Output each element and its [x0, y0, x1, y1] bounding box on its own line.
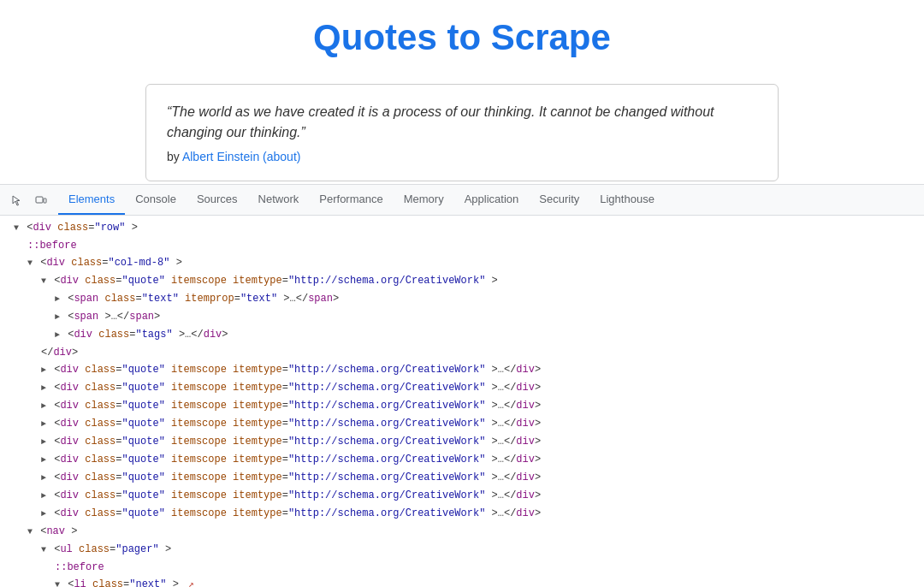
triangle-icon: ▼ [14, 221, 19, 236]
dom-span-text[interactable]: ► <span class="text" itemprop="text" >…<… [0, 290, 924, 308]
quote-author-line: by Albert Einstein (about) [167, 150, 757, 163]
device-icon[interactable] [31, 190, 51, 210]
dom-quote-div-4[interactable]: ► <div class="quote" itemscope itemtype=… [0, 397, 924, 415]
tab-lighthouse[interactable]: Lighthouse [589, 185, 665, 215]
triangle-icon: ▼ [41, 543, 46, 558]
triangle-icon: ► [41, 417, 46, 432]
triangle-icon: ► [41, 381, 46, 396]
triangle-icon: ► [41, 435, 46, 450]
tab-application[interactable]: Application [454, 185, 530, 215]
triangle-icon: ► [41, 399, 46, 414]
triangle-icon: ► [41, 471, 46, 486]
tab-memory[interactable]: Memory [394, 185, 454, 215]
dom-nav[interactable]: ▼ <nav > [0, 523, 924, 541]
dom-quote-div-7[interactable]: ► <div class="quote" itemscope itemtype=… [0, 451, 924, 469]
dom-quote-div-10[interactable]: ► <div class="quote" itemscope itemtype=… [0, 505, 924, 523]
tab-sources[interactable]: Sources [187, 185, 248, 215]
dom-ul-pager[interactable]: ▼ <ul class="pager" > [0, 541, 924, 559]
tab-elements[interactable]: Elements [58, 185, 125, 215]
dom-col-md-8[interactable]: ▼ <div class="col-md-8" > [0, 254, 924, 272]
dom-quote-div-2[interactable]: ► <div class="quote" itemscope itemtype=… [0, 361, 924, 379]
triangle-icon: ► [55, 328, 60, 343]
about-link[interactable]: (about) [263, 150, 300, 163]
triangle-icon: ► [41, 363, 46, 378]
cursor-icon[interactable] [7, 190, 27, 210]
tab-security[interactable]: Security [529, 185, 589, 215]
svg-rect-1 [44, 199, 46, 203]
dom-quote-div-8[interactable]: ► <div class="quote" itemscope itemtype=… [0, 469, 924, 487]
devtools-panel: Elements Console Sources Network Perform… [0, 184, 924, 587]
dom-li-next[interactable]: ▼ <li class="next" > ↗ [0, 576, 924, 587]
triangle-icon: ▼ [55, 578, 60, 587]
dom-quote-div-5[interactable]: ► <div class="quote" itemscope itemtype=… [0, 415, 924, 433]
dom-row-div-row[interactable]: ▼ <div class="row" > [0, 219, 924, 237]
dom-quote-div-3[interactable]: ► <div class="quote" itemscope itemtype=… [0, 379, 924, 397]
arrow-icon: ↗ [188, 579, 194, 587]
dom-quote-div[interactable]: ▼ <div class="quote" itemscope itemtype=… [0, 272, 924, 290]
devtools-content[interactable]: ▼ <div class="row" > ::before ▼ <div cla… [0, 216, 924, 587]
dom-quote-div-9[interactable]: ► <div class="quote" itemscope itemtype=… [0, 487, 924, 505]
quote-box: “The world as we have created it is a pr… [145, 84, 779, 181]
triangle-icon: ▼ [27, 525, 33, 540]
devtools-tabs: Elements Console Sources Network Perform… [58, 185, 665, 215]
triangle-icon: ► [41, 489, 46, 504]
triangle-icon: ► [55, 310, 60, 325]
triangle-icon: ► [41, 453, 46, 468]
page-content: Quotes to Scrape “The world as we have c… [0, 0, 924, 184]
dom-quote-div-6[interactable]: ► <div class="quote" itemscope itemtype=… [0, 433, 924, 451]
triangle-icon: ▼ [27, 256, 33, 271]
dom-span-ellipsis[interactable]: ► <span >…</span> [0, 308, 924, 326]
triangle-icon: ► [41, 507, 46, 522]
author-link[interactable]: Albert Einstein [182, 150, 259, 163]
devtools-content-wrap: ▼ <div class="row" > ::before ▼ <div cla… [0, 216, 924, 587]
tab-console[interactable]: Console [125, 185, 187, 215]
devtools-toolbar: Elements Console Sources Network Perform… [0, 185, 924, 216]
svg-rect-0 [36, 197, 43, 203]
tab-network[interactable]: Network [248, 185, 310, 215]
triangle-icon: ► [55, 292, 60, 307]
by-label: by [167, 150, 180, 163]
dom-ul-before[interactable]: ::before [0, 559, 924, 576]
dom-div-tags[interactable]: ► <div class="tags" >…</div> [0, 326, 924, 344]
page-title: Quotes to Scrape [313, 17, 611, 58]
tab-performance[interactable]: Performance [309, 185, 393, 215]
triangle-icon: ▼ [41, 274, 46, 289]
dom-div-close-1[interactable]: </div> [0, 344, 924, 361]
dom-before-pseudo[interactable]: ::before [0, 237, 924, 254]
quote-text: “The world as we have created it is a pr… [167, 102, 757, 143]
